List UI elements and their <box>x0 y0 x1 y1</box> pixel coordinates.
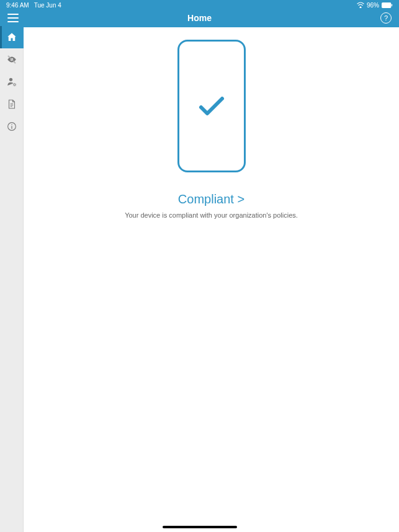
sidebar <box>0 26 24 532</box>
app-header: Home ? <box>0 10 399 26</box>
battery-percent: 96% <box>367 2 379 9</box>
sidebar-item-privacy[interactable] <box>0 48 24 71</box>
svg-point-11 <box>11 124 12 125</box>
sidebar-item-home[interactable] <box>0 26 24 48</box>
checkmark-icon <box>196 94 227 118</box>
wifi-icon <box>357 2 364 8</box>
help-icon[interactable]: ? <box>380 12 392 24</box>
document-icon <box>6 99 17 110</box>
info-icon <box>6 121 17 132</box>
svg-rect-2 <box>392 4 392 6</box>
main-content: Compliant > Your device is compliant wit… <box>24 26 399 532</box>
status-time: 9:46 AM <box>6 2 29 9</box>
eye-off-icon <box>6 54 17 65</box>
menu-icon[interactable] <box>7 14 19 22</box>
home-icon <box>6 32 17 43</box>
sidebar-item-document[interactable] <box>0 93 24 115</box>
svg-point-6 <box>14 84 16 86</box>
sidebar-item-user-settings[interactable] <box>0 71 24 93</box>
status-bar-left: 9:46 AM Tue Jun 4 <box>6 2 61 9</box>
svg-point-0 <box>360 7 361 8</box>
page-title: Home <box>187 13 212 23</box>
svg-point-5 <box>9 78 12 81</box>
app-body: Compliant > Your device is compliant wit… <box>0 26 399 532</box>
device-outline <box>177 40 246 172</box>
status-date: Tue Jun 4 <box>34 2 61 9</box>
status-bar-right: 96% <box>357 2 393 9</box>
home-indicator[interactable] <box>163 526 237 528</box>
user-gear-icon <box>6 76 17 87</box>
status-bar: 9:46 AM Tue Jun 4 96% <box>0 0 399 10</box>
compliance-status-link[interactable]: Compliant > <box>178 192 244 206</box>
compliance-description: Your device is compliant with your organ… <box>125 211 298 219</box>
svg-rect-1 <box>382 2 391 8</box>
sidebar-item-info[interactable] <box>0 115 24 138</box>
battery-icon <box>382 2 393 8</box>
